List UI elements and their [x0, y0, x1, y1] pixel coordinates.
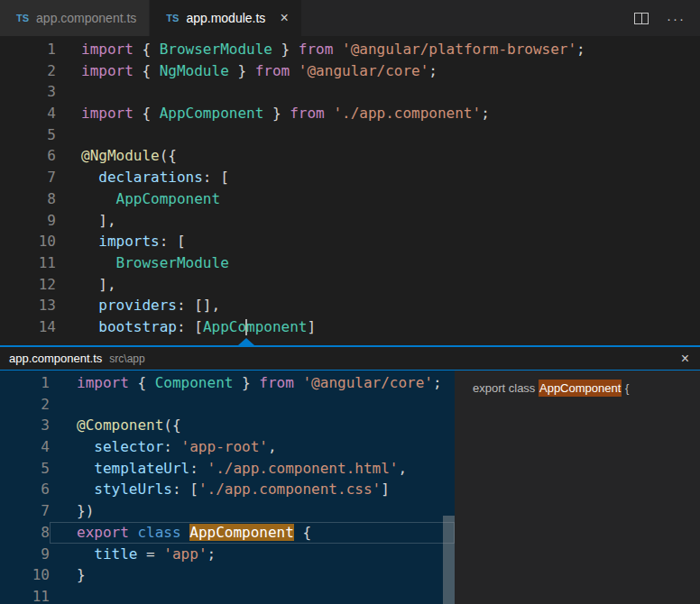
line-number: 12 [0, 274, 56, 296]
line-number: 10 [0, 564, 50, 586]
line-number: 5 [0, 458, 50, 480]
code-token: from [259, 374, 294, 391]
code-line-text: }) [50, 500, 455, 522]
code-token: ; [428, 62, 438, 79]
reference-match-highlight: AppComponent [539, 380, 622, 397]
code-line: 12 ], [0, 274, 700, 296]
line-number: 3 [0, 415, 50, 436]
code-token: selector [94, 438, 163, 455]
code-token: ], [81, 212, 116, 229]
line-number: 10 [0, 231, 56, 252]
code-line-text [50, 586, 455, 604]
code-token: : [163, 438, 180, 455]
code-token: ], [81, 276, 116, 293]
code-line-text: import { BrowserModule } from '@angular/… [56, 39, 700, 60]
code-line-text: @Component({ [50, 415, 455, 436]
close-tab-icon[interactable]: × [280, 11, 288, 25]
code-line: 3@Component({ [0, 415, 455, 436]
main-code-area: 1import { BrowserModule } from '@angular… [0, 39, 700, 338]
code-token: = [137, 545, 163, 563]
code-line-text [56, 81, 700, 103]
reference-text: export class [473, 381, 539, 395]
code-token: , [398, 460, 407, 477]
code-token: import [77, 374, 129, 391]
code-token: Component [155, 374, 234, 391]
code-line-text: providers: [], [56, 295, 700, 316]
code-line: 9 title = 'app'; [0, 544, 455, 565]
code-line: 11 [0, 586, 455, 604]
peek-editor-app-component[interactable]: 1import { Component } from '@angular/cor… [0, 371, 455, 604]
typescript-file-icon: TS [16, 13, 29, 23]
code-token: { [134, 105, 160, 122]
code-token: AppComponent [116, 190, 221, 207]
code-token [81, 254, 116, 271]
code-token: BrowserModule [116, 254, 229, 271]
code-line-text: import { AppComponent } from './app.comp… [56, 103, 700, 124]
editor-actions: ··· [634, 0, 700, 36]
code-token: { [134, 41, 160, 58]
line-number: 6 [0, 479, 50, 500]
line-number: 4 [0, 103, 56, 124]
line-number: 14 [0, 316, 56, 338]
code-line-text: AppComponent [56, 188, 700, 210]
code-token: import [81, 105, 134, 122]
peek-code-area: 1import { Component } from '@angular/cor… [0, 372, 455, 604]
code-line: 7 declarations: [ [0, 167, 700, 188]
more-actions-icon[interactable]: ··· [667, 12, 686, 25]
code-line-text: BrowserModule [56, 252, 700, 274]
line-number: 1 [0, 39, 56, 60]
code-line-text: selector: 'app-root', [50, 436, 455, 458]
code-token: ({ [163, 416, 180, 434]
code-line-text: } [50, 564, 455, 586]
line-number: 3 [0, 81, 56, 103]
line-number: 8 [0, 522, 50, 544]
peek-reference-item[interactable]: export class AppComponent { [455, 378, 700, 398]
code-token [325, 105, 334, 122]
code-token: import [81, 62, 134, 79]
code-line-text: ], [56, 210, 700, 232]
code-token: import [81, 41, 134, 58]
code-token [129, 524, 138, 541]
code-line-text: ], [56, 274, 700, 296]
typescript-file-icon: TS [166, 13, 179, 23]
peek-file-path: src\app [109, 352, 144, 365]
line-number: 4 [0, 436, 50, 458]
code-token: : [ [203, 169, 229, 186]
code-token: }) [77, 502, 94, 519]
code-token: '@angular/core' [299, 62, 429, 79]
tab-label: app.module.ts [186, 11, 265, 25]
line-number: 2 [0, 60, 56, 82]
code-token: } [229, 62, 255, 79]
code-token: AppComponent [189, 524, 294, 541]
line-number: 5 [0, 124, 56, 146]
code-token: bootstrap [98, 318, 177, 335]
code-token: { [129, 374, 155, 391]
tab-app-module-ts[interactable]: TS app.module.ts × [150, 0, 301, 36]
code-line-text: import { Component } from '@angular/core… [50, 372, 455, 394]
peek-vertical-scrollbar[interactable] [443, 516, 455, 604]
code-token: { [134, 62, 160, 79]
code-token: from [290, 105, 325, 122]
tab-app-component-ts[interactable]: TS app.component.ts [0, 0, 150, 36]
code-line-text: import { NgModule } from '@angular/core'… [56, 60, 700, 82]
code-token: @Component [77, 416, 163, 434]
code-token: title [94, 545, 137, 563]
close-peek-icon[interactable]: × [681, 352, 689, 366]
code-line: 2 [0, 394, 455, 416]
editor-app-module[interactable]: 1import { BrowserModule } from '@angular… [0, 36, 700, 345]
code-token: from [255, 62, 290, 79]
code-line: 8 AppComponent [0, 188, 700, 210]
code-token: : [ [177, 318, 203, 335]
code-token [81, 233, 98, 250]
code-token: ; [433, 374, 442, 391]
code-token: './app.component' [333, 105, 481, 122]
code-token: templateUrl [94, 460, 189, 477]
code-token: '@angular/platform-browser' [342, 41, 576, 58]
split-editor-icon[interactable] [634, 13, 649, 24]
code-token: ] [307, 318, 316, 335]
code-token [77, 545, 94, 563]
code-token: AppCo [203, 318, 246, 335]
code-line-text [56, 124, 700, 146]
code-line: 2import { NgModule } from '@angular/core… [0, 60, 700, 82]
code-token: } [263, 105, 290, 122]
